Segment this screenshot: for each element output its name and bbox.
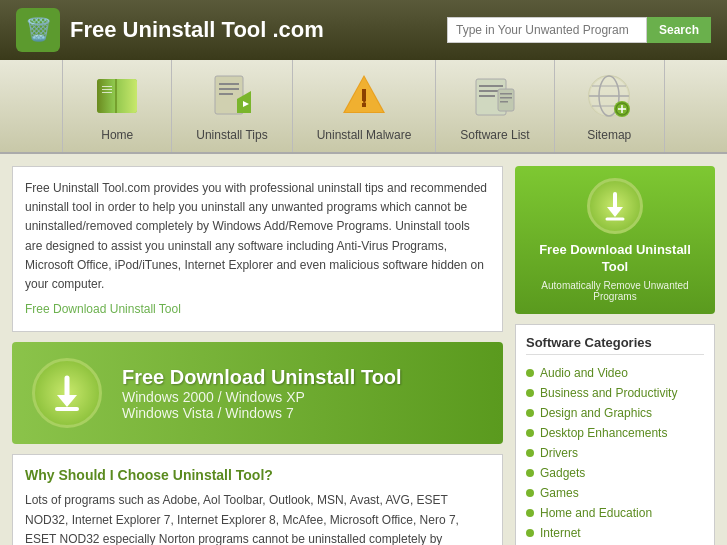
nav-software-label: Software List [460,128,529,142]
nav-malware[interactable]: ! Uninstall Malware [293,60,437,152]
category-item[interactable]: Design and Graphics [526,403,704,423]
logo-area: 🗑️ Free Uninstall Tool .com [16,8,324,52]
header: 🗑️ Free Uninstall Tool .com Search [0,0,727,60]
svg-rect-26 [500,101,508,103]
category-item[interactable]: Desktop Enhancements [526,423,704,443]
download-arrow-icon [32,358,102,428]
logo-icon: 🗑️ [16,8,60,52]
category-label: Gadgets [540,466,585,480]
category-label: Games [540,486,579,500]
nav-malware-label: Uninstall Malware [317,128,412,142]
right-download-box[interactable]: Free Download Uninstall Tool Automatical… [515,166,715,314]
tips-icon [206,70,258,122]
category-bullet [526,409,534,417]
category-label: Audio and Video [540,366,628,380]
nav-tips-label: Uninstall Tips [196,128,267,142]
category-item[interactable]: Business and Productivity [526,383,704,403]
category-item[interactable]: Internet [526,523,704,543]
nav-software[interactable]: Software List [436,60,554,152]
category-item[interactable]: Games [526,483,704,503]
right-download-icon [587,178,643,234]
site-title: Free Uninstall Tool .com [70,17,324,43]
svg-rect-17 [362,103,366,107]
info-box: Free Uninstall Tool.com provides you wit… [12,166,503,332]
download-line2: Windows Vista / Windows 7 [122,405,402,421]
nav-sitemap[interactable]: Sitemap [555,60,665,152]
category-bullet [526,469,534,477]
svg-rect-4 [102,89,112,90]
svg-rect-2 [115,79,117,113]
search-area: Search [447,17,711,43]
svg-rect-8 [219,83,239,85]
download-title: Free Download Uninstall Tool [122,366,402,389]
search-button[interactable]: Search [647,17,711,43]
left-column: Free Uninstall Tool.com provides you wit… [12,166,503,545]
svg-rect-16 [362,89,366,101]
svg-rect-25 [500,97,512,99]
why-heading: Why Should I Choose Uninstall Tool? [25,467,490,483]
info-download-link[interactable]: Free Download Uninstall Tool [25,302,181,316]
category-label: Internet [540,526,581,540]
main-content: Free Uninstall Tool.com provides you wit… [0,154,727,545]
nav-sitemap-label: Sitemap [587,128,631,142]
why-text: Lots of programs such as Adobe, Aol Tool… [25,491,490,545]
search-input[interactable] [447,17,647,43]
category-bullet [526,489,534,497]
nav: Home Uninstall Tips ! Uni [0,60,727,154]
category-bullet [526,529,534,537]
svg-rect-9 [219,88,239,90]
svg-rect-24 [500,93,512,95]
svg-rect-23 [498,89,514,111]
download-line1: Windows 2000 / Windows XP [122,389,402,405]
categories-box: Software Categories Audio and VideoBusin… [515,324,715,545]
nav-tips[interactable]: Uninstall Tips [172,60,292,152]
svg-rect-22 [479,95,495,97]
category-bullet [526,389,534,397]
info-text: Free Uninstall Tool.com provides you wit… [25,179,490,294]
svg-marker-41 [607,207,623,217]
software-icon [469,70,521,122]
category-label: Desktop Enhancements [540,426,667,440]
svg-marker-38 [57,395,77,407]
right-download-subtitle: Automatically Remove Unwanted Programs [527,280,703,302]
svg-rect-20 [479,85,503,87]
category-bullet [526,449,534,457]
category-bullet [526,429,534,437]
svg-rect-10 [219,93,233,95]
malware-icon: ! [338,70,390,122]
nav-home[interactable]: Home [62,60,172,152]
right-download-title: Free Download Uninstall Tool [527,242,703,276]
download-banner[interactable]: Free Download Uninstall Tool Windows 200… [12,342,503,444]
home-icon [91,70,143,122]
categories-list: Audio and VideoBusiness and Productivity… [526,363,704,545]
category-item[interactable]: Home and Education [526,503,704,523]
category-bullet [526,369,534,377]
category-label: Home and Education [540,506,652,520]
category-item[interactable]: Drivers [526,443,704,463]
category-label: Business and Productivity [540,386,677,400]
why-section: Why Should I Choose Uninstall Tool? Lots… [12,454,503,545]
category-bullet [526,509,534,517]
category-item[interactable]: Audio and Video [526,363,704,383]
sitemap-icon [583,70,635,122]
download-text: Free Download Uninstall Tool Windows 200… [122,366,402,421]
right-column: Free Download Uninstall Tool Automatical… [515,166,715,545]
category-label: Design and Graphics [540,406,652,420]
category-item[interactable]: Gadgets [526,463,704,483]
category-label: Drivers [540,446,578,460]
categories-heading: Software Categories [526,335,704,355]
svg-rect-5 [102,92,112,93]
nav-home-label: Home [101,128,133,142]
svg-rect-3 [102,86,112,87]
